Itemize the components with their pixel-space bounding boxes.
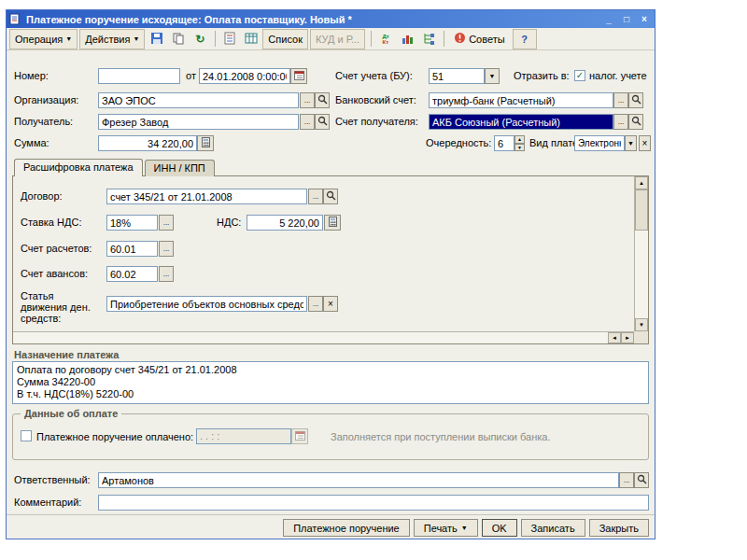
contract-ellipsis-button[interactable]: ... bbox=[308, 189, 323, 204]
number-label: Номер: bbox=[14, 70, 49, 81]
maximize-button[interactable]: □ bbox=[619, 13, 634, 26]
bank-account-input[interactable] bbox=[429, 92, 613, 108]
copy-button[interactable] bbox=[168, 29, 189, 49]
date-calendar-button[interactable] bbox=[290, 68, 307, 84]
calculator-icon bbox=[328, 217, 338, 229]
priority-label: Очередность: bbox=[426, 137, 491, 148]
settlement-account-ellipsis-button[interactable]: ... bbox=[159, 241, 174, 257]
help-button[interactable]: ? bbox=[513, 29, 537, 49]
responsible-label: Ответственный: bbox=[14, 474, 91, 485]
responsible-lookup-button[interactable] bbox=[634, 472, 649, 488]
priority-input[interactable] bbox=[494, 135, 514, 151]
paid-checkbox[interactable] bbox=[21, 430, 32, 441]
vat-rate-ellipsis-button[interactable]: ... bbox=[159, 215, 174, 231]
scroll-left-button[interactable]: ◄ bbox=[608, 332, 621, 343]
responsible-ellipsis-button[interactable]: ... bbox=[619, 472, 634, 488]
tab-payment-decoding[interactable]: Расшифровка платежа bbox=[14, 159, 143, 176]
date-input[interactable] bbox=[199, 68, 290, 84]
payment-kind-clear-button[interactable]: × bbox=[639, 135, 651, 151]
amount-input[interactable] bbox=[98, 135, 197, 151]
payment-order-button[interactable]: Платежное поручение bbox=[283, 519, 410, 537]
scroll-right-button[interactable]: ► bbox=[621, 332, 634, 343]
titlebar[interactable]: Платежное поручение исходящее: Оплата по… bbox=[7, 10, 655, 28]
purpose-textarea[interactable]: Оплата по договору счет 345/21 от 21.01.… bbox=[12, 361, 649, 404]
scroll-up-button[interactable]: ▲ bbox=[635, 176, 648, 189]
vertical-scrollbar[interactable]: ▲ ▼ bbox=[634, 176, 648, 331]
bank-account-ellipsis-button[interactable]: ... bbox=[613, 92, 628, 108]
organization-ellipsis-button[interactable]: ... bbox=[300, 92, 315, 108]
magnifier-icon bbox=[317, 94, 328, 106]
organization-input[interactable] bbox=[98, 92, 299, 108]
payment-kind-input[interactable] bbox=[574, 135, 625, 151]
scroll-down-button[interactable]: ▼ bbox=[635, 318, 648, 331]
payee-input[interactable] bbox=[98, 114, 299, 130]
payee-account-input[interactable] bbox=[429, 114, 613, 130]
bank-account-label: Банковский счет: bbox=[335, 94, 416, 105]
cashflow-item-ellipsis-button[interactable]: ... bbox=[308, 296, 323, 312]
calendar-icon bbox=[294, 70, 304, 82]
ellipsis-icon: ... bbox=[163, 218, 170, 227]
payee-account-ellipsis-button[interactable]: ... bbox=[613, 114, 628, 130]
minimize-button[interactable]: _ bbox=[601, 13, 616, 26]
cashflow-item-clear-button[interactable]: × bbox=[323, 296, 338, 312]
actions-menu-button[interactable]: Действия ▼ bbox=[79, 29, 145, 49]
tree-icon bbox=[422, 32, 435, 47]
payee-ellipsis-button[interactable]: ... bbox=[300, 114, 315, 130]
vat-rate-input[interactable] bbox=[106, 215, 158, 231]
payment-kind-dropdown-button[interactable]: ▼ bbox=[625, 135, 637, 151]
payee-label: Получатель: bbox=[14, 116, 73, 127]
amount-label: Сумма: bbox=[14, 137, 49, 148]
horizontal-scrollbar[interactable]: ◄ ► bbox=[13, 331, 634, 343]
scrollbar-corner bbox=[634, 331, 648, 343]
spin-down-button[interactable]: ▼ bbox=[514, 144, 525, 152]
contract-lookup-button[interactable] bbox=[323, 189, 338, 204]
ok-button[interactable]: OK bbox=[482, 519, 517, 537]
clear-icon: × bbox=[328, 299, 333, 309]
bank-account-lookup-button[interactable] bbox=[628, 92, 643, 108]
ellipsis-icon: ... bbox=[163, 270, 170, 278]
settlement-account-input[interactable] bbox=[106, 241, 158, 257]
tax-accounting-checkbox[interactable]: ✓ bbox=[574, 70, 585, 81]
comment-input[interactable] bbox=[98, 495, 649, 511]
contract-input[interactable] bbox=[106, 189, 307, 204]
vat-input[interactable] bbox=[247, 215, 323, 231]
priority-spinner: ▲ ▼ bbox=[514, 135, 525, 151]
payment-order-window: Платежное поручение исходящее: Оплата по… bbox=[6, 9, 655, 539]
responsible-input[interactable] bbox=[98, 472, 619, 488]
paid-label: Платежное поручение оплачено: bbox=[36, 431, 193, 442]
operation-label: Операция bbox=[15, 34, 63, 45]
number-input[interactable] bbox=[98, 68, 180, 84]
chevron-down-icon: ▼ bbox=[461, 525, 468, 531]
payee-lookup-button[interactable] bbox=[315, 114, 330, 130]
advice-button[interactable]: Советы bbox=[448, 29, 510, 49]
save-button-bottom[interactable]: Записать bbox=[521, 519, 585, 537]
spin-up-button[interactable]: ▲ bbox=[514, 135, 525, 144]
structure-button[interactable] bbox=[219, 29, 240, 49]
save-button[interactable] bbox=[147, 29, 167, 49]
comment-label: Комментарий: bbox=[14, 497, 81, 508]
organization-lookup-button[interactable] bbox=[315, 92, 330, 108]
close-button-bottom[interactable]: Закрыть bbox=[589, 519, 649, 537]
amount-calc-button[interactable] bbox=[197, 135, 214, 151]
payee-account-lookup-button[interactable] bbox=[628, 114, 643, 130]
account-bu-input[interactable] bbox=[429, 68, 485, 84]
vat-calc-button[interactable] bbox=[324, 215, 341, 231]
close-button[interactable]: × bbox=[637, 13, 652, 26]
table-icon bbox=[245, 32, 258, 47]
refresh-button[interactable]: ↻ bbox=[190, 29, 210, 49]
report-button[interactable] bbox=[241, 29, 261, 49]
cashflow-item-input[interactable] bbox=[106, 296, 307, 312]
account-bu-dropdown-button[interactable]: ▼ bbox=[485, 68, 500, 84]
advance-account-input[interactable] bbox=[106, 266, 158, 282]
operation-menu-button[interactable]: Операция ▼ bbox=[9, 29, 78, 49]
print-button[interactable]: Печать ▼ bbox=[414, 519, 478, 537]
help-label: ? bbox=[521, 34, 528, 45]
dtkt-button[interactable]: Дт Кт bbox=[375, 29, 396, 49]
tree-button[interactable] bbox=[418, 29, 439, 49]
chart-button[interactable] bbox=[397, 29, 417, 49]
scrollbar-thumb[interactable] bbox=[635, 189, 648, 231]
kudir-label: КУД и Р... bbox=[316, 34, 359, 45]
advance-account-ellipsis-button[interactable]: ... bbox=[159, 266, 174, 282]
list-button[interactable]: Список bbox=[262, 29, 308, 49]
tab-inn-kpp[interactable]: ИНН / КПП bbox=[145, 160, 215, 176]
